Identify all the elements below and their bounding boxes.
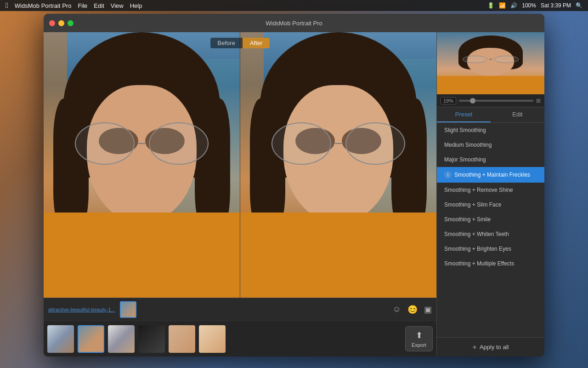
preset-label: Smoothing + Multiple Effects (444, 260, 514, 267)
apply-to-all-button[interactable]: Apply to all (480, 344, 509, 351)
maximize-button[interactable] (68, 20, 74, 26)
before-image (44, 32, 240, 298)
image-panels (44, 32, 436, 298)
after-button[interactable]: After (243, 38, 270, 48)
zoom-bar: 19% ⊞ (437, 94, 544, 107)
preset-item-smoothing-remove-shine[interactable]: Smoothing + Remove Shine (437, 183, 544, 197)
after-image (240, 32, 436, 298)
after-panel (240, 32, 436, 298)
zoom-level: 100% (522, 2, 536, 9)
tab-edit[interactable]: Edit (491, 107, 544, 122)
window-title: WidsMob Portrait Pro (266, 20, 322, 27)
preset-item-smoothing-brighten-eyes[interactable]: Smoothing + Brighten Eyes (437, 242, 544, 256)
menu-help[interactable]: Help (130, 2, 142, 9)
main-content: Before After (44, 32, 544, 356)
time-display: Sat 3:39 PM (541, 2, 571, 9)
search-icon[interactable]: 🔍 (576, 2, 582, 9)
menu-edit[interactable]: Edit (94, 2, 104, 9)
preset-item-slight-smoothing[interactable]: Slight Smoothing (437, 123, 544, 138)
menubar-right: 🔋 📶 🔊 100% Sat 3:39 PM 🔍 (487, 2, 582, 9)
apply-plus-icon: + (473, 343, 477, 351)
preset-label: Smoothing + Maintain Freckles (454, 172, 530, 178)
preview-portrait-image (437, 32, 544, 94)
volume-icon: 🔊 (510, 2, 517, 9)
bottom-icons: ☺ 😊 ▣ (393, 305, 432, 315)
zoom-slider-thumb[interactable] (470, 98, 475, 104)
export-button[interactable]: ⬆ Export (405, 326, 433, 351)
zoom-icons: ⊞ (536, 98, 541, 104)
filmstrip-thumb-1[interactable] (47, 325, 74, 353)
image-area: Before After (44, 32, 436, 356)
menubar:  WidsMob Portrait Pro File Edit View He… (0, 0, 588, 11)
compare-icon[interactable]: 😊 (407, 305, 418, 315)
tabs: Preset Edit (437, 107, 544, 123)
preset-label: Smoothing + Slim Face (444, 201, 501, 208)
menu-view[interactable]: View (111, 2, 124, 9)
filename-label[interactable]: attractive-beautiful-beauty-1... (48, 307, 115, 312)
tab-preset[interactable]: Preset (437, 107, 491, 122)
preset-item-smoothing-slim-face[interactable]: Smoothing + Slim Face (437, 197, 544, 212)
preset-item-smoothing-multiple-effects[interactable]: Smoothing + Multiple Effects (437, 256, 544, 271)
bottom-bar: attractive-beautiful-beauty-1... ☺ 😊 ▣ (44, 298, 436, 321)
split-view-icon[interactable]: ▣ (424, 305, 432, 315)
preset-item-smoothing-whiten-teeth[interactable]: Smoothing + Whiten Teeth (437, 227, 544, 242)
before-after-toggles: Before After (210, 38, 270, 48)
export-icon: ⬆ (416, 330, 423, 340)
minimize-button[interactable] (58, 20, 64, 26)
export-label: Export (412, 342, 426, 348)
filmstrip-thumb-3[interactable] (108, 325, 135, 353)
filmstrip-thumb-2[interactable] (78, 325, 104, 353)
export-area: ⬆ Export (229, 325, 433, 353)
before-button[interactable]: Before (210, 38, 243, 48)
filmstrip-thumb-4[interactable] (138, 325, 165, 353)
preset-label: Medium Smoothing (444, 142, 492, 148)
window-controls (49, 20, 74, 26)
filmstrip-thumb-5[interactable] (169, 325, 195, 353)
preset-label: Major Smoothing (444, 156, 486, 163)
menu-file[interactable]: File (78, 2, 87, 9)
zoom-slider[interactable] (459, 100, 533, 102)
zoom-percent: 19% (441, 97, 456, 104)
info-icon: i (444, 171, 452, 178)
current-thumb[interactable] (120, 301, 136, 318)
menu-items: File Edit View Help (78, 2, 142, 9)
face-detect-icon[interactable]: ☺ (393, 305, 401, 314)
preset-list: Slight SmoothingMedium SmoothingMajor Sm… (437, 123, 544, 337)
before-panel (44, 32, 240, 298)
preset-label: Smoothing + Smile (444, 216, 491, 223)
app-window: WidsMob Portrait Pro Before After (44, 14, 544, 356)
preset-item-smoothing-smile[interactable]: Smoothing + Smile (437, 212, 544, 227)
apply-bar: + Apply to all (437, 337, 544, 356)
filmstrip-thumb-6[interactable] (199, 325, 226, 353)
preset-item-smoothing-maintain-freckles[interactable]: iSmoothing + Maintain Freckles (437, 167, 544, 183)
preset-label: Smoothing + Whiten Teeth (444, 231, 509, 237)
zoom-fit-icon[interactable]: ⊞ (536, 98, 541, 104)
preset-label: Slight Smoothing (444, 127, 486, 133)
preset-label: Smoothing + Brighten Eyes (444, 246, 511, 252)
titlebar: WidsMob Portrait Pro (44, 14, 544, 32)
app-name: WidsMob Portrait Pro (15, 2, 72, 9)
wifi-icon: 📶 (499, 2, 506, 9)
battery-icon: 🔋 (487, 2, 494, 9)
apple-menu[interactable]:  (6, 1, 8, 10)
preview-thumbnail (437, 32, 544, 94)
filmstrip: ⬆ Export (44, 321, 436, 356)
right-sidebar: 19% ⊞ Preset Edit Slight SmoothingMedium… (436, 32, 544, 356)
preset-item-major-smoothing[interactable]: Major Smoothing (437, 152, 544, 167)
preset-item-medium-smoothing[interactable]: Medium Smoothing (437, 138, 544, 152)
close-button[interactable] (49, 20, 55, 26)
preset-label: Smoothing + Remove Shine (444, 187, 513, 193)
